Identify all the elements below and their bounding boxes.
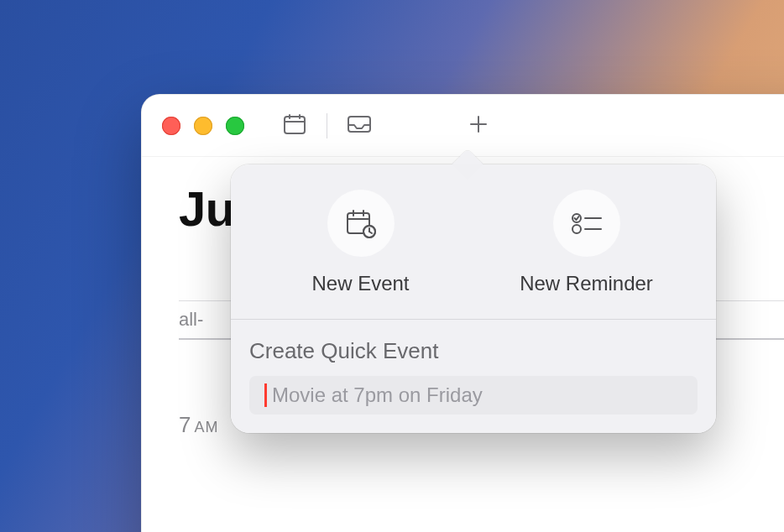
titlebar: [142, 95, 784, 157]
minimize-button[interactable]: [194, 117, 212, 135]
svg-point-23: [572, 225, 581, 233]
text-cursor: [264, 383, 267, 407]
new-reminder-icon: [553, 190, 620, 257]
plus-icon: [468, 114, 489, 138]
close-button[interactable]: [162, 117, 180, 135]
new-reminder-label: New Reminder: [520, 272, 653, 295]
new-event-label: New Event: [311, 272, 409, 295]
hour-number: 7: [179, 412, 191, 438]
inbox-toolbar-button[interactable]: [341, 109, 378, 143]
add-toolbar-button[interactable]: [460, 109, 497, 143]
hour-ampm: AM: [194, 419, 218, 436]
quick-event-field[interactable]: [249, 376, 698, 415]
new-event-button[interactable]: New Event: [248, 190, 473, 319]
toolbar-separator: [327, 113, 327, 138]
new-reminder-button[interactable]: New Reminder: [473, 190, 699, 319]
all-day-label: all-: [179, 309, 203, 331]
quick-add-popover: New Event New Reminder Create Quick Even…: [231, 164, 716, 433]
quick-event-title: Create Quick Event: [249, 338, 698, 364]
window-controls: [162, 117, 244, 135]
zoom-button[interactable]: [226, 117, 244, 135]
svg-rect-0: [285, 117, 305, 133]
calendar-toolbar-button[interactable]: [276, 109, 313, 143]
new-event-icon: [327, 190, 395, 257]
quick-event-input[interactable]: [272, 383, 686, 407]
calendar-icon: [283, 113, 306, 138]
inbox-icon: [347, 114, 372, 138]
